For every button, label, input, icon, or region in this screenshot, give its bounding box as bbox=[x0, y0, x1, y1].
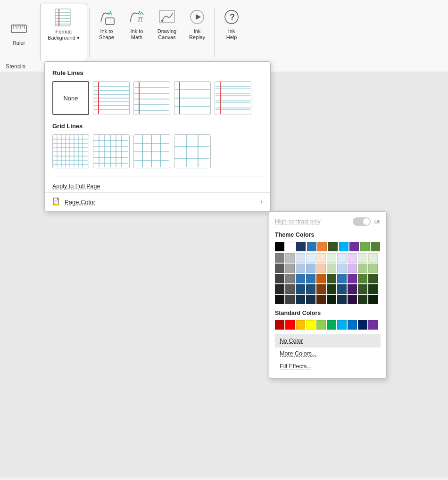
shade-swatch[interactable] bbox=[275, 295, 284, 304]
color-swatch-orange[interactable] bbox=[317, 242, 327, 251]
grid-option-medium[interactable] bbox=[93, 134, 130, 168]
shade-swatch[interactable] bbox=[368, 284, 378, 294]
std-color-yellow[interactable] bbox=[306, 320, 315, 330]
shade-swatch[interactable] bbox=[275, 264, 284, 273]
shade-swatch[interactable] bbox=[348, 253, 357, 263]
page-color-row[interactable]: Page Color › bbox=[45, 192, 270, 211]
toolbar-item-ink-to-math[interactable]: π Ink toMath bbox=[122, 4, 152, 61]
shade-swatch[interactable] bbox=[275, 253, 284, 263]
shade-swatch[interactable] bbox=[316, 284, 326, 294]
rule-option-medium[interactable] bbox=[133, 81, 170, 115]
std-color-green[interactable] bbox=[327, 320, 336, 330]
color-swatch-white[interactable] bbox=[286, 242, 295, 251]
shade-swatch[interactable] bbox=[358, 284, 367, 294]
shade-swatch[interactable] bbox=[368, 253, 378, 263]
shade-swatch[interactable] bbox=[285, 274, 295, 283]
color-swatch-dark-blue[interactable] bbox=[296, 242, 306, 251]
shade-swatch[interactable] bbox=[358, 295, 367, 304]
color-swatch-green[interactable] bbox=[360, 242, 370, 251]
std-color-red[interactable] bbox=[285, 320, 295, 330]
shade-swatch[interactable] bbox=[358, 274, 367, 283]
color-swatch-black[interactable] bbox=[275, 242, 284, 251]
shade-swatch[interactable] bbox=[296, 264, 305, 273]
more-colors-button[interactable]: More Colors... bbox=[275, 347, 381, 360]
shade-swatch[interactable] bbox=[337, 274, 347, 283]
toggle-off-switch[interactable] bbox=[353, 217, 371, 226]
color-swatch-purple[interactable] bbox=[349, 242, 359, 251]
color-swatch-blue[interactable] bbox=[307, 242, 316, 251]
std-color-purple[interactable] bbox=[368, 320, 378, 330]
shade-swatch[interactable] bbox=[306, 274, 315, 283]
std-color-light-green[interactable] bbox=[316, 320, 326, 330]
shade-swatch[interactable] bbox=[296, 284, 305, 294]
toolbar-item-ink-replay[interactable]: InkReplay bbox=[182, 4, 212, 61]
toolbar-item-ruler[interactable]: Ruler bbox=[2, 4, 36, 61]
shade-swatch[interactable] bbox=[306, 295, 315, 304]
svg-text:π: π bbox=[138, 15, 143, 23]
shade-swatch[interactable] bbox=[348, 295, 357, 304]
fill-effects-button[interactable]: Fill Effects... bbox=[275, 360, 381, 372]
shade-swatch[interactable] bbox=[337, 295, 347, 304]
std-color-orange[interactable] bbox=[296, 320, 305, 330]
grid-option-coarse[interactable] bbox=[133, 134, 170, 168]
shade-swatch[interactable] bbox=[327, 274, 336, 283]
color-swatch-light-blue[interactable] bbox=[339, 242, 348, 251]
rule-option-double[interactable] bbox=[215, 81, 251, 115]
toolbar-item-drawing-canvas[interactable]: DrawingCanvas bbox=[152, 4, 182, 61]
rule-option-wide[interactable] bbox=[174, 81, 211, 115]
shade-swatch[interactable] bbox=[337, 264, 347, 273]
shade-swatch[interactable] bbox=[358, 253, 367, 263]
shade-swatch[interactable] bbox=[306, 284, 315, 294]
toggle-off-label: Off bbox=[374, 219, 381, 224]
ink-math-icon: π bbox=[126, 7, 147, 27]
shade-swatch[interactable] bbox=[337, 253, 347, 263]
high-contrast-toggle[interactable]: Off bbox=[353, 217, 381, 226]
rule-option-none[interactable]: None bbox=[52, 81, 89, 115]
grid-option-sparse[interactable] bbox=[174, 134, 211, 168]
shade-swatch[interactable] bbox=[285, 284, 295, 294]
shade-swatch[interactable] bbox=[327, 253, 336, 263]
shade-swatch[interactable] bbox=[368, 274, 378, 283]
shade-swatch[interactable] bbox=[275, 284, 284, 294]
shade-swatch[interactable] bbox=[285, 264, 295, 273]
std-color-dark-red[interactable] bbox=[275, 320, 284, 330]
grid-option-fine[interactable] bbox=[52, 134, 89, 168]
stencils-label[interactable]: Stencils bbox=[6, 63, 25, 70]
shade-swatch[interactable] bbox=[296, 295, 305, 304]
shade-swatch[interactable] bbox=[296, 274, 305, 283]
shade-swatch[interactable] bbox=[296, 253, 305, 263]
ink-shape-icon bbox=[96, 7, 117, 27]
shade-swatch[interactable] bbox=[316, 295, 326, 304]
shade-swatch[interactable] bbox=[285, 295, 295, 304]
shade-swatch[interactable] bbox=[316, 264, 326, 273]
shade-swatch[interactable] bbox=[275, 274, 284, 283]
apply-full-page[interactable]: Apply to Full Page bbox=[52, 180, 263, 192]
shade-swatch[interactable] bbox=[368, 295, 378, 304]
shade-swatch[interactable] bbox=[285, 253, 295, 263]
std-color-dark-blue[interactable] bbox=[358, 320, 367, 330]
shade-swatch[interactable] bbox=[348, 264, 357, 273]
shade-swatch[interactable] bbox=[306, 264, 315, 273]
std-color-blue[interactable] bbox=[348, 320, 357, 330]
rule-option-narrow[interactable] bbox=[93, 81, 130, 115]
toolbar-item-ink-to-shape[interactable]: Ink toShape bbox=[91, 4, 122, 61]
shade-swatch[interactable] bbox=[358, 264, 367, 273]
ink-replay-label: InkReplay bbox=[189, 28, 205, 41]
shade-swatch[interactable] bbox=[327, 295, 336, 304]
shade-swatch[interactable] bbox=[316, 274, 326, 283]
toolbar-item-ink-help[interactable]: ? InkHelp bbox=[216, 4, 247, 61]
std-color-light-blue[interactable] bbox=[337, 320, 347, 330]
shade-swatch[interactable] bbox=[316, 253, 326, 263]
shade-swatch[interactable] bbox=[327, 264, 336, 273]
shade-swatch[interactable] bbox=[337, 284, 347, 294]
color-swatch-dark-green[interactable] bbox=[328, 242, 338, 251]
color-swatch-forest[interactable] bbox=[371, 242, 380, 251]
no-color-button[interactable]: No Color bbox=[275, 334, 381, 347]
shade-swatch[interactable] bbox=[327, 284, 336, 294]
shade-swatch[interactable] bbox=[348, 284, 357, 294]
toolbar-item-format-background[interactable]: FormatBackground ▾ bbox=[40, 4, 87, 61]
shade-swatch[interactable] bbox=[368, 264, 378, 273]
shade-swatch[interactable] bbox=[306, 253, 315, 263]
shade-swatch[interactable] bbox=[348, 274, 357, 283]
shade-row-4 bbox=[275, 284, 381, 294]
